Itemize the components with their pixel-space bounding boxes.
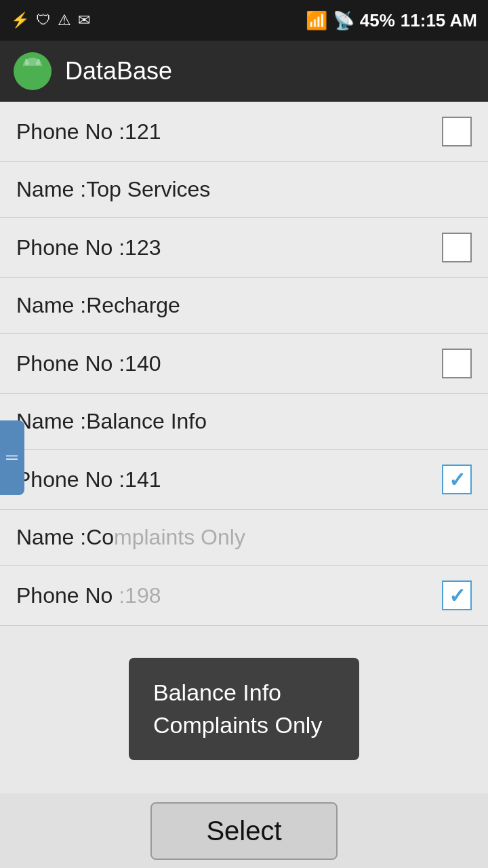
warning-icon: ⚠ <box>58 12 71 29</box>
list-item[interactable]: Name :Balance Info <box>0 394 488 450</box>
tooltip-line1: Balance Info <box>153 677 335 709</box>
item-name-recharge: Name :Recharge <box>16 293 180 318</box>
list-item[interactable]: Phone No :198 <box>0 566 488 626</box>
item-phone-123: Phone No :123 <box>16 235 161 260</box>
item-phone-121: Phone No :121 <box>16 119 161 144</box>
checkbox-198[interactable] <box>442 580 472 610</box>
list-item[interactable]: Name :Complaints Only <box>0 510 488 566</box>
feedback-handle[interactable]: || <box>0 420 24 495</box>
status-icons: ⚡ 🛡 ⚠ ✉ <box>11 12 90 29</box>
usb-icon: ⚡ <box>11 12 29 29</box>
select-button[interactable]: Select <box>150 802 337 860</box>
wifi-icon: 📶 <box>306 10 327 31</box>
bottom-bar: Select <box>0 793 488 868</box>
checkbox-123[interactable] <box>442 233 472 262</box>
status-right: 📶 📡 45% 11:15 AM <box>306 10 477 31</box>
checkbox-121[interactable] <box>442 117 472 146</box>
battery-text: 45% <box>360 10 395 31</box>
item-name-complaintsonly: Name :Complaints Only <box>16 525 245 550</box>
feedback-icon: || <box>5 454 20 460</box>
list-item[interactable]: Phone No :121 <box>0 102 488 162</box>
checkbox-140[interactable] <box>442 349 472 378</box>
list-item[interactable]: Phone No :141 <box>0 450 488 510</box>
tooltip-line2: Complaints Only <box>153 709 335 742</box>
item-phone-140: Phone No :140 <box>16 351 161 376</box>
list-item[interactable]: Name :Top Services <box>0 162 488 218</box>
list-item[interactable]: Phone No :140 <box>0 334 488 394</box>
email-icon: ✉ <box>78 12 90 29</box>
svg-rect-2 <box>23 66 42 78</box>
item-name-balanceinfo: Name :Balance Info <box>16 409 207 434</box>
signal-icon: 📡 <box>333 10 354 31</box>
list-item[interactable]: Name :Recharge <box>0 278 488 334</box>
list-item[interactable]: Phone No :123 <box>0 218 488 278</box>
app-bar: DataBase <box>0 41 488 102</box>
content-list: Phone No :121 Name :Top Services Phone N… <box>0 102 488 707</box>
item-phone-141: Phone No :141 <box>16 467 161 492</box>
checkbox-141[interactable] <box>442 465 472 494</box>
app-icon <box>14 52 52 90</box>
tooltip: Balance Info Complaints Only <box>129 658 359 760</box>
shield-icon: 🛡 <box>36 12 51 29</box>
item-name-topservices: Name :Top Services <box>16 177 210 202</box>
status-bar: ⚡ 🛡 ⚠ ✉ 📶 📡 45% 11:15 AM <box>0 0 488 41</box>
time-display: 11:15 AM <box>401 10 477 31</box>
item-phone-198: Phone No :198 <box>16 583 161 608</box>
app-title: DataBase <box>65 57 172 85</box>
